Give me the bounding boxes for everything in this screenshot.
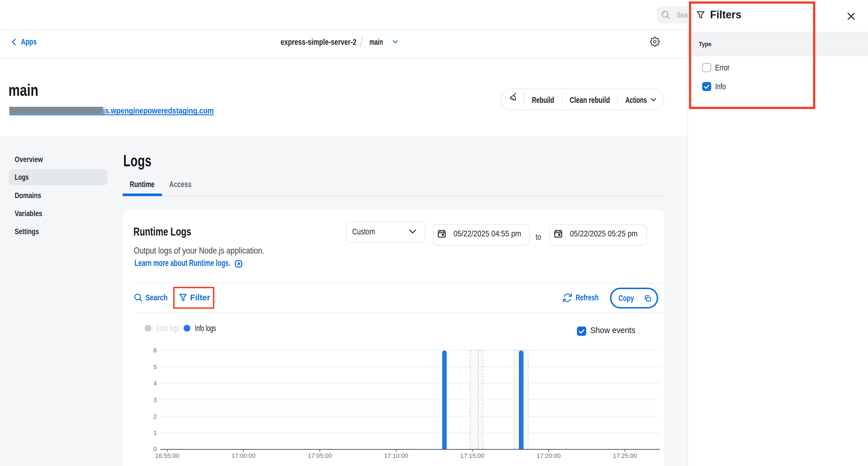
svg-text:5: 5 [153,363,157,370]
svg-text:16:55:00: 16:55:00 [155,452,179,459]
svg-text:6: 6 [153,347,157,354]
svg-text:17:10:00: 17:10:00 [384,452,408,459]
svg-text:4: 4 [153,380,157,387]
svg-text:17:20:00: 17:20:00 [537,452,561,459]
svg-text:0: 0 [153,445,157,453]
svg-text:17:05:00: 17:05:00 [308,452,332,459]
svg-text:2: 2 [153,413,157,420]
svg-text:17:25:00: 17:25:00 [613,452,637,459]
svg-text:1: 1 [153,429,157,436]
svg-text:17:15:00: 17:15:00 [460,452,485,459]
svg-text:17:00:00: 17:00:00 [231,452,256,459]
svg-text:3: 3 [153,396,157,403]
